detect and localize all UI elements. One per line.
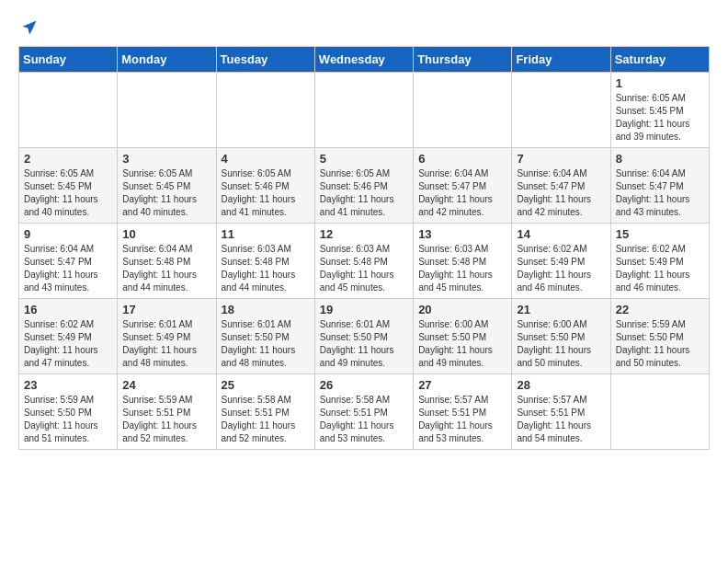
day-number: 4 (222, 152, 310, 166)
day-info: Sunrise: 6:04 AM Sunset: 5:48 PM Dayligh… (122, 243, 210, 294)
day-info: Sunrise: 6:04 AM Sunset: 5:47 PM Dayligh… (616, 167, 704, 219)
calendar-cell: 8Sunrise: 6:04 AM Sunset: 5:47 PM Daylig… (610, 148, 709, 224)
day-info: Sunrise: 6:01 AM Sunset: 5:50 PM Dayligh… (320, 318, 408, 370)
weekday-header-friday: Friday (512, 47, 610, 73)
day-info: Sunrise: 6:03 AM Sunset: 5:48 PM Dayligh… (222, 243, 310, 294)
day-number: 8 (616, 152, 704, 166)
weekday-header-wednesday: Wednesday (314, 47, 413, 73)
day-number: 9 (24, 227, 112, 241)
weekday-header-monday: Monday (118, 47, 216, 73)
day-info: Sunrise: 5:58 AM Sunset: 5:51 PM Dayligh… (320, 394, 408, 445)
day-number: 6 (418, 152, 506, 166)
day-info: Sunrise: 6:04 AM Sunset: 5:47 PM Dayligh… (517, 167, 605, 219)
day-number: 1 (616, 76, 704, 90)
calendar-cell (314, 73, 413, 148)
calendar-cell: 7Sunrise: 6:04 AM Sunset: 5:47 PM Daylig… (512, 148, 610, 224)
calendar-cell: 2Sunrise: 6:05 AM Sunset: 5:45 PM Daylig… (19, 148, 118, 224)
day-number: 10 (122, 227, 210, 241)
calendar-cell (414, 73, 512, 148)
calendar-header-row: SundayMondayTuesdayWednesdayThursdayFrid… (19, 47, 710, 73)
calendar-cell: 13Sunrise: 6:03 AM Sunset: 5:48 PM Dayli… (414, 224, 512, 299)
day-info: Sunrise: 5:59 AM Sunset: 5:50 PM Dayligh… (24, 394, 112, 445)
calendar-cell: 11Sunrise: 6:03 AM Sunset: 5:48 PM Dayli… (216, 224, 314, 299)
calendar-cell (216, 73, 314, 148)
day-number: 24 (122, 378, 210, 392)
day-number: 23 (24, 378, 112, 392)
weekday-header-tuesday: Tuesday (216, 47, 314, 73)
day-number: 3 (122, 152, 210, 166)
calendar-cell: 1Sunrise: 6:05 AM Sunset: 5:45 PM Daylig… (610, 73, 709, 148)
logo-bird-icon (20, 18, 39, 37)
calendar-cell: 12Sunrise: 6:03 AM Sunset: 5:48 PM Dayli… (314, 224, 413, 299)
day-number: 27 (418, 378, 506, 392)
weekday-header-sunday: Sunday (19, 47, 118, 73)
day-info: Sunrise: 6:02 AM Sunset: 5:49 PM Dayligh… (24, 318, 112, 370)
calendar-cell: 5Sunrise: 6:05 AM Sunset: 5:46 PM Daylig… (314, 148, 413, 224)
day-info: Sunrise: 6:01 AM Sunset: 5:49 PM Dayligh… (122, 318, 210, 370)
calendar-week-4: 16Sunrise: 6:02 AM Sunset: 5:49 PM Dayli… (19, 299, 710, 374)
day-info: Sunrise: 6:00 AM Sunset: 5:50 PM Dayligh… (517, 318, 605, 370)
day-info: Sunrise: 6:04 AM Sunset: 5:47 PM Dayligh… (24, 243, 112, 294)
day-number: 7 (517, 152, 605, 166)
day-info: Sunrise: 5:57 AM Sunset: 5:51 PM Dayligh… (418, 394, 506, 445)
calendar-cell: 27Sunrise: 5:57 AM Sunset: 5:51 PM Dayli… (414, 374, 512, 450)
calendar-week-2: 2Sunrise: 6:05 AM Sunset: 5:45 PM Daylig… (19, 148, 710, 224)
calendar-cell (610, 374, 709, 450)
day-number: 16 (24, 303, 112, 316)
day-number: 22 (616, 303, 704, 316)
day-info: Sunrise: 6:05 AM Sunset: 5:45 PM Dayligh… (122, 167, 210, 219)
day-info: Sunrise: 6:02 AM Sunset: 5:49 PM Dayligh… (616, 243, 704, 294)
weekday-header-saturday: Saturday (610, 47, 709, 73)
calendar-cell: 3Sunrise: 6:05 AM Sunset: 5:45 PM Daylig… (118, 148, 216, 224)
day-info: Sunrise: 6:02 AM Sunset: 5:49 PM Dayligh… (517, 243, 605, 294)
logo (18, 18, 39, 37)
day-number: 12 (320, 227, 408, 241)
day-number: 25 (222, 378, 310, 392)
day-number: 13 (418, 227, 506, 241)
day-info: Sunrise: 5:58 AM Sunset: 5:51 PM Dayligh… (222, 394, 310, 445)
calendar-cell: 24Sunrise: 5:59 AM Sunset: 5:51 PM Dayli… (118, 374, 216, 450)
day-info: Sunrise: 6:05 AM Sunset: 5:45 PM Dayligh… (24, 167, 112, 219)
day-number: 19 (320, 303, 408, 316)
day-number: 18 (222, 303, 310, 316)
calendar-cell: 21Sunrise: 6:00 AM Sunset: 5:50 PM Dayli… (512, 299, 610, 374)
calendar-cell: 17Sunrise: 6:01 AM Sunset: 5:49 PM Dayli… (118, 299, 216, 374)
calendar-cell: 9Sunrise: 6:04 AM Sunset: 5:47 PM Daylig… (19, 224, 118, 299)
calendar-cell: 25Sunrise: 5:58 AM Sunset: 5:51 PM Dayli… (216, 374, 314, 450)
day-number: 17 (122, 303, 210, 316)
calendar-cell: 28Sunrise: 5:57 AM Sunset: 5:51 PM Dayli… (512, 374, 610, 450)
calendar-week-5: 23Sunrise: 5:59 AM Sunset: 5:50 PM Dayli… (19, 374, 710, 450)
calendar-cell: 18Sunrise: 6:01 AM Sunset: 5:50 PM Dayli… (216, 299, 314, 374)
page-header (18, 18, 710, 37)
day-info: Sunrise: 6:05 AM Sunset: 5:46 PM Dayligh… (222, 167, 310, 219)
calendar-cell (19, 73, 118, 148)
calendar-table: SundayMondayTuesdayWednesdayThursdayFrid… (18, 46, 710, 450)
day-info: Sunrise: 6:03 AM Sunset: 5:48 PM Dayligh… (418, 243, 506, 294)
day-number: 28 (517, 378, 605, 392)
day-number: 26 (320, 378, 408, 392)
day-number: 5 (320, 152, 408, 166)
day-info: Sunrise: 5:57 AM Sunset: 5:51 PM Dayligh… (517, 394, 605, 445)
calendar-cell (118, 73, 216, 148)
day-number: 2 (24, 152, 112, 166)
weekday-header-thursday: Thursday (414, 47, 512, 73)
calendar-cell: 22Sunrise: 5:59 AM Sunset: 5:50 PM Dayli… (610, 299, 709, 374)
calendar-week-3: 9Sunrise: 6:04 AM Sunset: 5:47 PM Daylig… (19, 224, 710, 299)
day-info: Sunrise: 6:00 AM Sunset: 5:50 PM Dayligh… (418, 318, 506, 370)
calendar-cell: 4Sunrise: 6:05 AM Sunset: 5:46 PM Daylig… (216, 148, 314, 224)
day-info: Sunrise: 5:59 AM Sunset: 5:51 PM Dayligh… (122, 394, 210, 445)
calendar-week-1: 1Sunrise: 6:05 AM Sunset: 5:45 PM Daylig… (19, 73, 710, 148)
calendar-cell: 19Sunrise: 6:01 AM Sunset: 5:50 PM Dayli… (314, 299, 413, 374)
calendar-cell: 6Sunrise: 6:04 AM Sunset: 5:47 PM Daylig… (414, 148, 512, 224)
calendar-cell: 16Sunrise: 6:02 AM Sunset: 5:49 PM Dayli… (19, 299, 118, 374)
day-info: Sunrise: 6:05 AM Sunset: 5:46 PM Dayligh… (320, 167, 408, 219)
day-info: Sunrise: 6:05 AM Sunset: 5:45 PM Dayligh… (616, 92, 704, 144)
day-info: Sunrise: 5:59 AM Sunset: 5:50 PM Dayligh… (616, 318, 704, 370)
calendar-cell: 26Sunrise: 5:58 AM Sunset: 5:51 PM Dayli… (314, 374, 413, 450)
calendar-cell: 15Sunrise: 6:02 AM Sunset: 5:49 PM Dayli… (610, 224, 709, 299)
day-number: 14 (517, 227, 605, 241)
day-number: 11 (222, 227, 310, 241)
calendar-cell (512, 73, 610, 148)
day-info: Sunrise: 6:01 AM Sunset: 5:50 PM Dayligh… (222, 318, 310, 370)
calendar-cell: 20Sunrise: 6:00 AM Sunset: 5:50 PM Dayli… (414, 299, 512, 374)
